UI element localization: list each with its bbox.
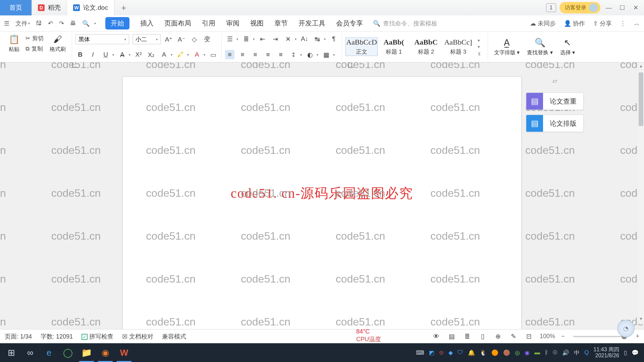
spell-check[interactable]: ✓ 拼写检查 xyxy=(82,333,113,341)
minimize-button[interactable]: — xyxy=(604,4,614,11)
style-正文[interactable]: AaBbCcD正文 xyxy=(345,38,378,56)
increase-font-icon[interactable]: A⁺ xyxy=(164,35,173,44)
tray-icon[interactable]: ◎ xyxy=(515,349,520,356)
sync-status[interactable]: ☁ 未同步 xyxy=(530,19,556,27)
clear-format-icon[interactable]: ◇ xyxy=(190,35,199,44)
undo-icon[interactable]: ↶ xyxy=(48,20,53,27)
new-tab-button[interactable]: + xyxy=(114,0,133,15)
menu-member[interactable]: 会员专享 xyxy=(336,19,363,28)
strikethrough-icon[interactable]: A̶ xyxy=(117,50,127,59)
redo-icon[interactable]: ↷ xyxy=(59,20,64,27)
scroll-down-icon[interactable]: ▼ xyxy=(638,316,644,322)
tray-action-center-icon[interactable]: 💬 xyxy=(632,349,639,356)
shading-icon[interactable]: ◐ xyxy=(305,50,315,59)
increase-indent-icon[interactable]: ⇥ xyxy=(271,34,280,44)
tray-icon[interactable]: ◆ xyxy=(448,349,453,356)
menu-chapter[interactable]: 章节 xyxy=(274,19,288,28)
text-effects-icon[interactable]: A xyxy=(159,50,169,59)
tray-icon[interactable]: 🐧 xyxy=(480,349,487,356)
eye-icon[interactable]: 👁 xyxy=(432,332,441,341)
zoom-level[interactable]: 100% xyxy=(540,333,555,340)
print-preview-icon[interactable]: 🔍 xyxy=(82,20,90,27)
qa-dropdown-icon[interactable]: ▾ xyxy=(94,21,96,25)
word-count[interactable]: 字数: 12091 xyxy=(41,333,73,341)
show-marks-icon[interactable]: ¶ xyxy=(329,34,338,44)
find-replace-button[interactable]: 🔍查找替换 ▾ xyxy=(524,38,555,56)
scroll-up-icon[interactable]: ▲ xyxy=(638,64,644,70)
zoom-slider[interactable] xyxy=(573,336,627,337)
underline-icon[interactable]: U xyxy=(101,50,110,59)
bold-icon[interactable]: B xyxy=(75,50,85,59)
share-button[interactable]: ⇪ 分享 xyxy=(593,19,612,27)
align-left-icon[interactable]: ≡ xyxy=(225,50,234,59)
paper-layout-button[interactable]: ▤论文排版 xyxy=(526,115,584,132)
text-layout-button[interactable]: A̲文字排版 ▾ xyxy=(491,38,522,56)
menu-view[interactable]: 视图 xyxy=(250,19,264,28)
tab-docao[interactable]: D稻壳 xyxy=(32,0,67,15)
format-painter-button[interactable]: 🖌格式刷 xyxy=(47,34,68,53)
page-view-icon[interactable]: ▤ xyxy=(447,332,457,341)
bullet-list-icon[interactable]: ☰ xyxy=(225,34,234,44)
web-view-icon[interactable]: ⊕ xyxy=(493,332,503,341)
select-button[interactable]: ↖选择 ▾ xyxy=(557,38,578,56)
italic-icon[interactable]: I xyxy=(88,50,98,59)
fit-width-icon[interactable]: ⊡ xyxy=(524,332,534,341)
justify-icon[interactable]: ≡ xyxy=(263,50,273,59)
tab-home[interactable]: 首页 xyxy=(0,0,32,15)
outline-view-icon[interactable]: ≣ xyxy=(463,332,472,341)
menu-insert[interactable]: 插入 xyxy=(140,19,154,28)
style-标题 3[interactable]: AaBbCc]标题 3 xyxy=(442,38,474,56)
align-center-icon[interactable]: ≡ xyxy=(238,50,247,59)
line-spacing-icon[interactable]: ‡ xyxy=(289,50,298,59)
taskbar-explorer[interactable]: 📁 xyxy=(77,343,96,362)
save-icon[interactable]: 🖫 xyxy=(36,20,42,27)
tray-icon[interactable]: ◩ xyxy=(429,349,434,356)
numbered-list-icon[interactable]: ≣ xyxy=(241,34,251,44)
print-icon[interactable]: 🖶 xyxy=(70,20,76,27)
tray-ime-icon[interactable]: 中 xyxy=(574,349,580,357)
tray-bluetooth-icon[interactable]: ᛒ xyxy=(545,349,548,356)
tray-icon[interactable]: 🟤 xyxy=(503,349,510,356)
char-border-icon[interactable]: ▭ xyxy=(209,50,218,59)
taskbar-clock[interactable]: 11:43 周四 2021/8/26 xyxy=(594,347,620,359)
tab-icon[interactable]: ↹ xyxy=(313,34,322,44)
tray-q-icon[interactable]: Q xyxy=(584,349,589,356)
align-right-icon[interactable]: ≡ xyxy=(251,50,260,59)
decrease-indent-icon[interactable]: ⇤ xyxy=(258,34,267,44)
asian-layout-icon[interactable]: ✕ xyxy=(283,34,293,44)
vertical-scrollbar[interactable]: ▲ ▼ xyxy=(638,62,644,324)
decrease-font-icon[interactable]: A⁻ xyxy=(177,35,186,44)
tray-keyboard-icon[interactable]: ⌨ xyxy=(416,349,424,356)
reading-view-icon[interactable]: ▯ xyxy=(478,332,487,341)
zoom-out-icon[interactable]: − xyxy=(561,333,565,340)
tray-wifi-icon[interactable]: ⦾ xyxy=(553,349,557,356)
subscript-icon[interactable]: X₂ xyxy=(147,50,156,59)
taskbar-browser[interactable]: ◯ xyxy=(58,343,77,362)
close-button[interactable]: ✕ xyxy=(631,4,641,11)
maximize-button[interactable]: ☐ xyxy=(617,4,627,11)
tab-document[interactable]: W论文.doc xyxy=(67,0,114,15)
taskbar-wps[interactable]: W xyxy=(115,343,133,362)
style-next-icon[interactable]: ▾ xyxy=(478,44,484,49)
collab-button[interactable]: 👤 协作 xyxy=(564,19,585,27)
tray-icon[interactable]: 🟠 xyxy=(491,349,498,356)
more-icon[interactable]: ⋮ xyxy=(620,20,626,27)
tray-icon[interactable]: ⊝ xyxy=(439,349,444,356)
search-box[interactable]: 🔍 查找命令、搜索模板 xyxy=(373,19,437,27)
style-prev-icon[interactable]: ▴ xyxy=(478,37,484,42)
menu-start[interactable]: 开始 xyxy=(105,17,129,29)
file-menu[interactable]: 文件 ▾ xyxy=(15,19,30,27)
scroll-thumb[interactable] xyxy=(639,72,643,126)
tray-notifications-icon[interactable]: ▯ xyxy=(624,349,627,356)
font-color-icon[interactable]: A xyxy=(192,50,202,59)
menu-icon[interactable]: ☰ xyxy=(4,20,9,27)
style-标题 2[interactable]: AaBbC标题 2 xyxy=(410,38,442,56)
highlight-icon[interactable]: 🖍 xyxy=(176,50,185,59)
taskbar-app-generic[interactable]: ∞ xyxy=(21,343,40,362)
tray-nvidia-icon[interactable]: ▬ xyxy=(534,349,540,356)
menu-review[interactable]: 审阅 xyxy=(226,19,239,28)
paste-button[interactable]: 📋粘贴 xyxy=(6,34,22,53)
collapse-ribbon-icon[interactable]: ︿ xyxy=(634,19,640,27)
tray-shield-icon[interactable]: 🛡 xyxy=(458,349,463,356)
cut-button[interactable]: ✂剪切 xyxy=(25,35,44,42)
